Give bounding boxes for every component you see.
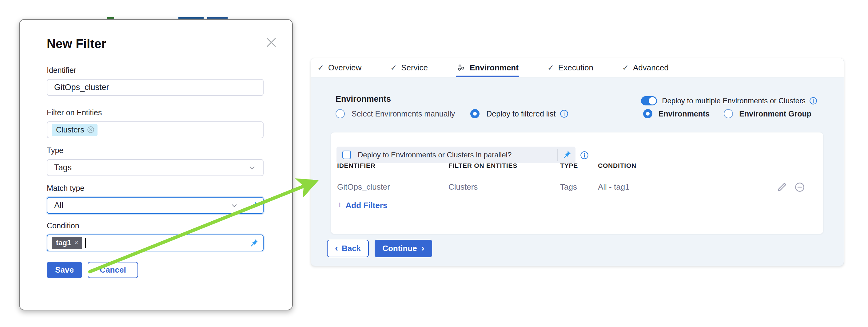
radio-deploy-filtered[interactable] <box>470 109 479 118</box>
entities-chip: Clusters <box>52 124 97 136</box>
tab-overview[interactable]: ✓ Overview <box>317 58 362 77</box>
radio-select-manually-label: Select Environments manually <box>351 109 455 118</box>
radio-environment-group[interactable] <box>724 109 733 118</box>
add-filters-button[interactable]: + Add Filters <box>337 201 387 210</box>
continue-button[interactable]: Continue › <box>375 240 432 257</box>
condition-input[interactable]: tag1 × <box>47 234 264 252</box>
back-button[interactable]: ‹ Back <box>327 240 369 257</box>
environments-heading: Environments <box>336 94 391 104</box>
pin-icon <box>249 200 259 211</box>
text-cursor <box>85 238 86 248</box>
dialog-title: New Filter <box>47 37 106 51</box>
type-select[interactable]: Tags <box>47 159 264 176</box>
check-icon: ✓ <box>622 63 629 72</box>
tab-environment[interactable]: Environment <box>457 58 519 77</box>
condition-pin-button[interactable] <box>244 235 263 251</box>
check-icon: ✓ <box>548 63 554 72</box>
cell-type: Tags <box>560 182 577 192</box>
tab-service[interactable]: ✓ Service <box>390 58 428 77</box>
environment-icon <box>457 63 465 72</box>
col-header-condition: CONDITION <box>598 162 637 169</box>
tab-execution[interactable]: ✓ Execution <box>548 58 593 77</box>
env-target-radios: Environments Environment Group <box>643 109 811 118</box>
filter-on-entities-input[interactable]: Clusters <box>47 121 264 138</box>
wizard-tabbar: ✓ Overview ✓ Service Environment ✓ Execu… <box>311 58 844 77</box>
tab-advanced[interactable]: ✓ Advanced <box>622 58 669 77</box>
tab-label: Advanced <box>633 63 669 72</box>
col-header-filter-on-entities: FILTER ON ENTITIES <box>448 162 517 169</box>
identifier-label: Identifier <box>47 66 76 75</box>
chip-remove-icon[interactable] <box>87 126 94 133</box>
check-icon: ✓ <box>317 63 324 72</box>
condition-chip-label: tag1 <box>56 238 71 247</box>
multi-env-toggle[interactable] <box>641 96 657 105</box>
edit-icon[interactable] <box>776 182 787 193</box>
pin-icon <box>249 238 259 248</box>
multi-env-toggle-label: Deploy to multiple Environments or Clust… <box>662 97 806 105</box>
info-icon[interactable] <box>580 151 589 160</box>
entities-chip-label: Clusters <box>56 125 84 134</box>
pin-icon <box>561 150 572 160</box>
new-filter-dialog: New Filter Identifier GitOps_cluster Fil… <box>19 19 293 310</box>
remove-icon[interactable] <box>794 182 805 193</box>
tab-label: Service <box>401 63 428 72</box>
save-button[interactable]: Save <box>47 262 82 278</box>
back-label: Back <box>342 244 361 253</box>
chevron-right-icon: › <box>422 243 425 253</box>
condition-label: Condition <box>47 221 80 230</box>
multi-env-toggle-row: Deploy to multiple Environments or Clust… <box>641 96 817 105</box>
info-icon[interactable] <box>809 97 817 105</box>
radio-environments-label: Environments <box>658 109 710 118</box>
identifier-value: GitOps_cluster <box>54 83 109 92</box>
chip-remove-icon[interactable]: × <box>74 238 79 247</box>
match-type-value: All <box>54 201 63 210</box>
type-value: Tags <box>54 163 72 172</box>
tab-label: Execution <box>558 63 593 72</box>
continue-label: Continue <box>382 244 417 253</box>
environment-step-panel: ✓ Overview ✓ Service Environment ✓ Execu… <box>311 58 844 266</box>
parallel-option-bar: Deploy to Environments or Clusters in pa… <box>337 146 576 163</box>
cell-identifier: GitOps_cluster <box>337 182 390 192</box>
parallel-checkbox[interactable] <box>342 151 351 159</box>
check-icon: ✓ <box>390 63 397 72</box>
cell-condition: All - tag1 <box>598 182 630 192</box>
match-type-select[interactable]: All <box>47 197 264 214</box>
radio-select-manually[interactable] <box>336 109 345 118</box>
col-header-identifier: IDENTIFIER <box>337 162 376 169</box>
parallel-checkbox-label: Deploy to Environments or Clusters in pa… <box>358 151 557 159</box>
chevron-down-icon <box>230 202 238 209</box>
radio-environments[interactable] <box>643 109 652 118</box>
chevron-left-icon: ‹ <box>335 243 338 253</box>
filters-card: Deploy to Environments or Clusters in pa… <box>331 132 823 234</box>
chevron-down-icon <box>248 164 256 172</box>
identifier-input[interactable]: GitOps_cluster <box>47 79 264 96</box>
radio-environment-group-label: Environment Group <box>739 109 811 118</box>
cancel-button[interactable]: Cancel <box>88 262 138 278</box>
radio-deploy-filtered-label: Deploy to filtered list <box>486 109 556 118</box>
tab-label: Environment <box>470 63 519 72</box>
add-filters-label: Add Filters <box>346 201 388 210</box>
parallel-pin-button[interactable] <box>558 150 576 160</box>
deploy-mode-radios: Select Environments manually Deploy to f… <box>336 109 568 118</box>
close-icon[interactable] <box>265 36 278 49</box>
match-type-label: Match type <box>47 184 84 193</box>
col-header-type: TYPE <box>560 162 578 169</box>
plus-icon: + <box>337 200 343 210</box>
cell-filter-on-entities: Clusters <box>448 182 478 192</box>
match-type-pin-button[interactable] <box>244 198 263 213</box>
condition-chip: tag1 × <box>52 237 82 249</box>
info-icon[interactable] <box>560 109 568 118</box>
tab-label: Overview <box>328 63 362 72</box>
filter-on-entities-label: Filter on Entities <box>47 108 102 117</box>
type-label: Type <box>47 146 63 155</box>
